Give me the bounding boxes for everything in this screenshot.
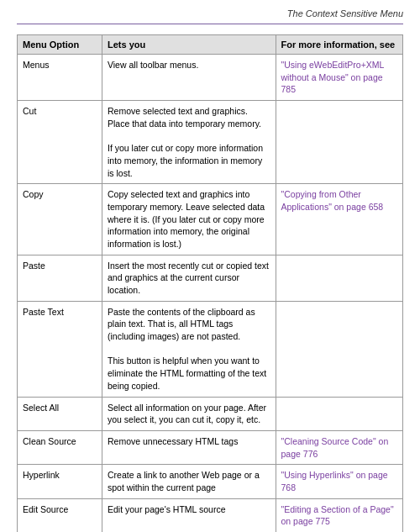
cell-more-info [276, 255, 402, 301]
table-row: CutRemove selected text and graphics. Pl… [18, 101, 403, 184]
cell-menu-option: Menus [18, 55, 102, 101]
cell-more-info [276, 301, 402, 397]
cell-more-info[interactable]: "Copying from Other Applications" on pag… [276, 184, 402, 255]
table-row: HyperlinkCreate a link to another Web pa… [18, 465, 403, 498]
cell-more-info [276, 397, 402, 430]
table-row: Edit SourceEdit your page's HTML source"… [18, 498, 403, 532]
cell-more-info[interactable]: "Editing a Section of a Page" on page 77… [276, 498, 402, 532]
cell-lets-you: Edit your page's HTML source [102, 498, 276, 532]
cell-menu-option: Copy [18, 184, 102, 255]
table-row: MenusView all toolbar menus."Using eWebE… [18, 55, 403, 101]
col-header-more: For more information, see [276, 35, 402, 55]
page-header: The Context Sensitive Menu [17, 8, 403, 24]
cell-more-info[interactable]: "Cleaning Source Code" on page 776 [276, 430, 402, 464]
cell-lets-you: Remove unnecessary HTML tags [102, 430, 276, 464]
cell-lets-you: Remove selected text and graphics. Place… [102, 101, 276, 184]
col-header-lets: Lets you [102, 35, 276, 55]
more-info-link[interactable]: "Editing a Section of a Page" on page 77… [281, 504, 394, 527]
cell-menu-option: Edit Source [18, 498, 102, 532]
col-header-menu: Menu Option [18, 35, 102, 55]
table-row: CopyCopy selected text and graphics into… [18, 184, 403, 255]
table-row: Clean SourceRemove unnecessary HTML tags… [18, 430, 403, 464]
cell-lets-you: Insert the most recently cut or copied t… [102, 255, 276, 301]
cell-menu-option: Clean Source [18, 430, 102, 464]
page-container: The Context Sensitive Menu Menu Option L… [0, 0, 420, 532]
cell-lets-you: Select all information on your page. Aft… [102, 397, 276, 430]
cell-menu-option: Select All [18, 397, 102, 430]
cell-menu-option: Paste Text [18, 301, 102, 397]
table-header-row: Menu Option Lets you For more informatio… [18, 35, 403, 55]
cell-lets-you: Copy selected text and graphics into tem… [102, 184, 276, 255]
more-info-link[interactable]: "Using eWebEditPro+XML without a Mouse" … [281, 60, 385, 94]
cell-lets-you: Paste the contents of the clipboard as p… [102, 301, 276, 397]
cell-menu-option: Paste [18, 255, 102, 301]
more-info-link[interactable]: "Copying from Other Applications" on pag… [281, 189, 384, 212]
more-info-link[interactable]: "Using Hyperlinks" on page 768 [281, 470, 388, 492]
table-row: Paste TextPaste the contents of the clip… [18, 301, 403, 397]
table-row: Select AllSelect all information on your… [18, 397, 403, 430]
cell-more-info[interactable]: "Using eWebEditPro+XML without a Mouse" … [276, 55, 402, 101]
menu-table: Menu Option Lets you For more informatio… [17, 34, 403, 532]
cell-menu-option: Cut [18, 101, 102, 184]
cell-lets-you: View all toolbar menus. [102, 55, 276, 101]
cell-more-info [276, 101, 402, 184]
header-title: The Context Sensitive Menu [287, 8, 403, 18]
cell-menu-option: Hyperlink [18, 465, 102, 498]
cell-more-info[interactable]: "Using Hyperlinks" on page 768 [276, 465, 402, 498]
cell-lets-you: Create a link to another Web page or a s… [102, 465, 276, 498]
table-row: PasteInsert the most recently cut or cop… [18, 255, 403, 301]
more-info-link[interactable]: "Cleaning Source Code" on page 776 [281, 436, 389, 459]
